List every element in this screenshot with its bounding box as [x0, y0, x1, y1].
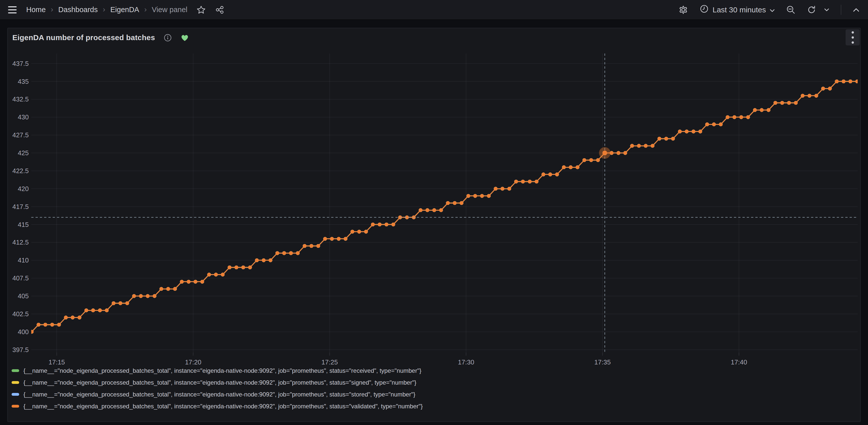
menu-bar [8, 12, 17, 13]
breadcrumb-view-panel: View panel [152, 5, 187, 14]
y-axis-label: 430 [18, 113, 29, 121]
y-axis-label: 425 [18, 149, 29, 157]
y-axis-label: 432.5 [12, 95, 29, 103]
timeseries-chart[interactable]: 397.5400402.5405407.5410412.5415417.5420… [8, 28, 861, 423]
legend-swatch [11, 369, 19, 372]
star-icon [196, 5, 206, 15]
legend-swatch [11, 381, 19, 384]
crosshair [31, 54, 858, 352]
legend-item-signed[interactable]: {__name__="node_eigenda_processed_batche… [11, 376, 423, 389]
y-axis-label: 420 [18, 185, 29, 193]
legend-label: {__name__="node_eigenda_processed_batche… [24, 367, 422, 374]
breadcrumb-home[interactable]: Home [26, 5, 45, 14]
menu-icon[interactable] [7, 4, 19, 16]
zoom-out-icon [786, 5, 796, 15]
axis-tick-labels: 397.5400402.5405407.5410412.5415417.5420… [12, 60, 747, 366]
info-icon[interactable] [163, 34, 172, 42]
refresh-interval-dropdown[interactable] [823, 6, 831, 13]
x-axis-label: 17:30 [458, 358, 474, 366]
breadcrumb-separator: › [144, 5, 147, 13]
y-axis-label: 415 [18, 221, 29, 228]
breadcrumb-separator: › [103, 5, 105, 13]
legend-item-stored[interactable]: {__name__="node_eigenda_processed_batche… [11, 389, 423, 400]
breadcrumb: Home › Dashboards › EigenDA › View panel [26, 5, 187, 14]
y-axis-label: 412.5 [12, 238, 29, 246]
legend-swatch [11, 405, 19, 407]
legend-label: {__name__="node_eigenda_processed_batche… [24, 403, 423, 410]
favorite-star-button[interactable] [195, 4, 207, 16]
y-axis-label: 427.5 [12, 131, 29, 139]
y-axis-label: 400 [18, 328, 29, 336]
panel-title: EigenDA number of processed batches [12, 33, 155, 42]
x-axis-label: 17:35 [594, 358, 611, 366]
legend-item-received[interactable]: {__name__="node_eigenda_processed_batche… [11, 365, 423, 376]
time-range-picker[interactable]: Last 30 minutes [698, 4, 776, 16]
y-axis-label: 435 [18, 78, 29, 85]
y-axis-label: 397.5 [12, 346, 29, 353]
chart-gridlines [31, 54, 858, 356]
chevron-up-icon [853, 7, 860, 12]
share-icon [215, 5, 224, 15]
chart-legend: {__name__="node_eigenda_processed_batche… [11, 365, 423, 412]
y-axis-label: 410 [18, 256, 29, 264]
health-heart-icon [181, 34, 189, 41]
y-axis-label: 422.5 [12, 167, 29, 175]
chevron-down-icon [770, 5, 775, 14]
share-button[interactable] [214, 4, 226, 16]
legend-label: {__name__="node_eigenda_processed_batche… [24, 391, 415, 398]
collapse-controls-button[interactable] [851, 6, 861, 13]
breadcrumb-dashboard-eigenda[interactable]: EigenDA [111, 5, 139, 14]
y-axis-label: 405 [18, 292, 29, 300]
menu-bar [8, 6, 17, 7]
panel-eigenda-processed-batches: EigenDA number of processed batches 397.… [7, 28, 861, 422]
toolbar-divider [841, 5, 841, 15]
hover-point [602, 151, 607, 155]
chevron-down-icon [824, 8, 829, 11]
clock-icon [700, 4, 709, 15]
breadcrumb-dashboards[interactable]: Dashboards [58, 5, 97, 14]
gear-icon [679, 5, 688, 15]
kebab-icon [851, 41, 854, 44]
top-nav: Home › Dashboards › EigenDA › View panel [0, 0, 868, 20]
panel-menu-button[interactable] [845, 29, 860, 46]
dashboard-settings-button[interactable] [677, 3, 689, 16]
zoom-out-button[interactable] [785, 4, 797, 16]
y-axis-label: 437.5 [12, 60, 29, 67]
legend-label: {__name__="node_eigenda_processed_batche… [24, 379, 416, 386]
y-axis-label: 402.5 [12, 310, 29, 318]
y-axis-label: 417.5 [12, 203, 29, 210]
legend-item-validated[interactable]: {__name__="node_eigenda_processed_batche… [11, 400, 423, 412]
x-axis-label: 17:40 [731, 358, 747, 366]
legend-swatch [11, 393, 19, 396]
refresh-button[interactable] [806, 4, 817, 16]
breadcrumb-separator: › [51, 5, 53, 13]
y-axis-label: 407.5 [12, 274, 29, 282]
time-range-label: Last 30 minutes [713, 5, 766, 14]
kebab-icon [851, 31, 854, 34]
kebab-icon [851, 36, 854, 38]
menu-bar [8, 9, 17, 10]
panel-header: EigenDA number of processed batches [8, 28, 860, 47]
refresh-icon [807, 5, 816, 15]
